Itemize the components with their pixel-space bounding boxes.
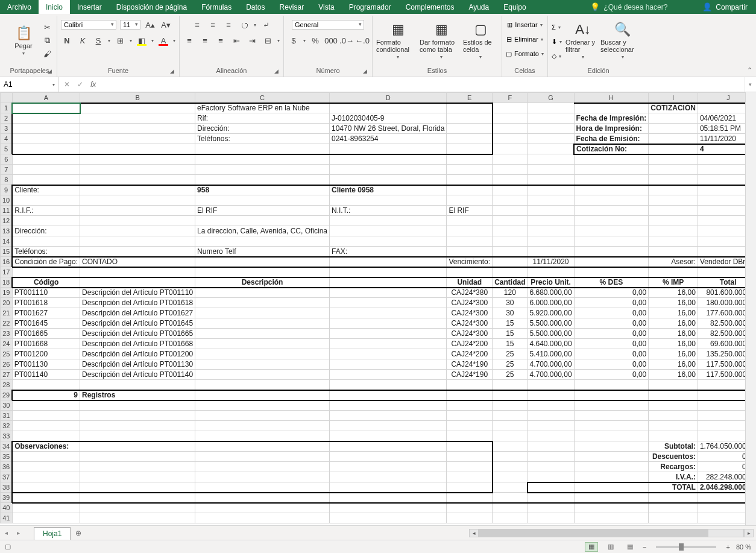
row-header-24[interactable]: 24 (1, 339, 13, 349)
cell-I8[interactable] (649, 175, 698, 185)
cell-J41[interactable] (698, 513, 745, 523)
menu-vista[interactable]: Vista (311, 0, 341, 14)
cell-H25[interactable]: 0,00 (574, 349, 649, 359)
cell-G21[interactable]: 5.920.000,00 (528, 308, 574, 318)
cell-G28[interactable] (528, 380, 574, 390)
cut-button[interactable]: ✂ (41, 21, 53, 33)
cell-E27[interactable]: CAJ24*190 (447, 370, 493, 380)
menu-insertar[interactable]: Insertar (70, 0, 109, 14)
cell-E9[interactable] (447, 185, 493, 195)
cell-F32[interactable] (493, 421, 528, 431)
cell-F22[interactable]: 15 (493, 318, 528, 329)
cell-A28[interactable] (12, 380, 80, 390)
cell-A33[interactable] (12, 431, 80, 441)
cell-J24[interactable]: 69.600.000,00 (698, 339, 745, 349)
cell-D39[interactable] (330, 493, 447, 503)
format-table-button[interactable]: ▦Dar formato como tabla▾ (420, 19, 463, 62)
cell-H10[interactable] (574, 195, 649, 206)
cell-H37[interactable] (574, 472, 649, 482)
cell-D6[interactable] (330, 154, 447, 165)
spreadsheet-grid[interactable]: ABCDEFGHIJ1eFactory Software ERP en la N… (0, 92, 745, 525)
cell-B29[interactable]: Registros (80, 390, 195, 400)
align-right-button[interactable]: ≡ (215, 34, 227, 46)
cell-G3[interactable] (528, 124, 574, 134)
row-header-20[interactable]: 20 (1, 298, 13, 308)
cell-F37[interactable] (493, 472, 528, 482)
cell-I32[interactable] (649, 421, 698, 431)
cell-F23[interactable]: 15 (493, 329, 528, 339)
cell-G13[interactable] (528, 226, 574, 236)
cell-H8[interactable] (574, 175, 649, 185)
cell-H9[interactable] (574, 185, 649, 195)
cell-F3[interactable] (493, 124, 528, 134)
cell-G30[interactable] (528, 400, 574, 411)
col-header-A[interactable]: A (12, 93, 80, 103)
cell-D29[interactable] (330, 390, 447, 400)
row-header-17[interactable]: 17 (1, 267, 13, 277)
clear-button[interactable]: ◇▾ (552, 49, 562, 63)
page-break-view-button[interactable]: ▤ (623, 542, 637, 552)
cell-F30[interactable] (493, 400, 528, 411)
cell-C30[interactable] (195, 400, 330, 411)
cell-H39[interactable] (574, 493, 649, 503)
row-header-3[interactable]: 3 (1, 124, 13, 134)
cell-styles-button[interactable]: ▢Estilos de celda▾ (463, 19, 498, 62)
cell-B31[interactable] (80, 411, 195, 421)
wrap-text-button[interactable]: ⤶ (260, 19, 272, 31)
cell-J7[interactable] (698, 165, 745, 175)
cell-F8[interactable] (493, 175, 528, 185)
cell-A36[interactable] (12, 462, 80, 472)
cell-C23[interactable] (195, 329, 330, 339)
cell-I23[interactable]: 16,00 (649, 329, 698, 339)
cell-E20[interactable]: CAJ24*300 (447, 298, 493, 308)
col-header-F[interactable]: F (493, 93, 528, 103)
chevron-down-icon[interactable]: ▾ (108, 38, 110, 43)
cell-F27[interactable]: 25 (493, 370, 528, 380)
cell-G31[interactable] (528, 411, 574, 421)
cell-B30[interactable] (80, 400, 195, 411)
cell-E35[interactable] (447, 452, 493, 462)
row-header-41[interactable]: 41 (1, 513, 13, 523)
cell-C17[interactable] (195, 267, 330, 277)
cell-C9[interactable]: 958 (195, 185, 330, 195)
cell-D8[interactable] (330, 175, 447, 185)
cell-E8[interactable] (447, 175, 493, 185)
cell-I34[interactable]: Subtotal: (649, 441, 698, 452)
dialog-launcher-icon[interactable]: ◢ (48, 68, 52, 74)
cell-C35[interactable] (195, 452, 330, 462)
cell-B40[interactable] (80, 503, 195, 513)
cell-D2[interactable]: J-0102030405-9 (330, 113, 447, 124)
row-header-18[interactable]: 18 (1, 277, 13, 288)
cell-D7[interactable] (330, 165, 447, 175)
cell-H14[interactable] (574, 236, 649, 247)
cell-E3[interactable] (447, 124, 493, 134)
cell-D9[interactable]: Cliente 0958 (330, 185, 447, 195)
cell-I21[interactable]: 16,00 (649, 308, 698, 318)
add-sheet-button[interactable]: ⊕ (71, 526, 86, 540)
cell-G25[interactable]: 5.410.000,00 (528, 349, 574, 359)
cell-E6[interactable] (447, 154, 493, 165)
row-header-6[interactable]: 6 (1, 154, 13, 165)
sheet-nav-prev[interactable]: ▸ (12, 526, 24, 540)
cell-J40[interactable] (698, 503, 745, 513)
cell-E25[interactable]: CAJ24*200 (447, 349, 493, 359)
cell-D40[interactable] (330, 503, 447, 513)
cell-D21[interactable] (330, 308, 447, 318)
cell-H30[interactable] (574, 400, 649, 411)
menu-datos[interactable]: Datos (239, 0, 272, 14)
cell-E30[interactable] (447, 400, 493, 411)
col-header-I[interactable]: I (649, 93, 698, 103)
cell-B33[interactable] (80, 431, 195, 441)
cell-B39[interactable] (80, 493, 195, 503)
increase-font-button[interactable]: A▴ (144, 19, 156, 31)
cell-G35[interactable] (528, 452, 574, 462)
cell-J32[interactable] (698, 421, 745, 431)
cell-F29[interactable] (493, 390, 528, 400)
cell-B32[interactable] (80, 421, 195, 431)
cell-I3[interactable] (649, 124, 698, 134)
row-header-36[interactable]: 36 (1, 462, 13, 472)
decrease-indent-button[interactable]: ⇤ (230, 34, 242, 46)
cell-I14[interactable] (649, 236, 698, 247)
cell-E29[interactable] (447, 390, 493, 400)
cell-A27[interactable]: PT001140 (12, 370, 80, 380)
